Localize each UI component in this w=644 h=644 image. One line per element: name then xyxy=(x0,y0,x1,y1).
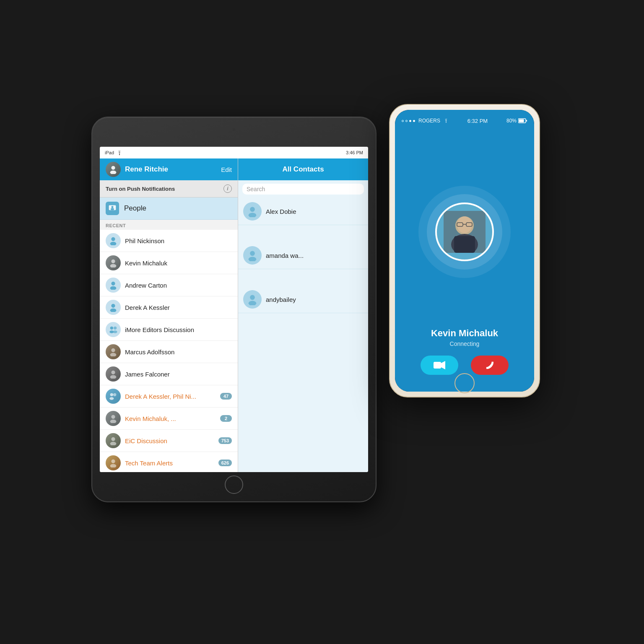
search-input[interactable]: Search xyxy=(242,184,364,195)
iphone-device: ROGERS 6:32 PM 80% xyxy=(389,104,540,397)
contact-row-marcus[interactable]: Marcus Adolfsson xyxy=(100,341,238,363)
svg-point-33 xyxy=(250,251,255,256)
svg-point-22 xyxy=(110,393,113,396)
ipad-status-bar: iPad 3:46 PM xyxy=(100,147,368,158)
ipad-status-left: iPad xyxy=(105,150,122,155)
contact-item-name-alex: Alex Dobie xyxy=(266,208,296,215)
contacts-avatar-amanda xyxy=(243,246,262,265)
ipad-device: iPad 3:46 PM xyxy=(91,117,377,502)
video-icon xyxy=(434,361,445,369)
iphone-home-button[interactable] xyxy=(454,373,475,393)
contact-row-imore[interactable]: iMore Editors Discussion xyxy=(100,319,238,341)
person-icon xyxy=(109,236,118,245)
photo-tech xyxy=(109,458,118,467)
contact-row-james[interactable]: James Falconer xyxy=(100,363,238,385)
section-recent-label: RECENT xyxy=(100,220,238,230)
caller-name: Kevin Michaluk xyxy=(431,328,498,339)
svg-point-13 xyxy=(110,309,117,312)
contact-name-imore: iMore Editors Discussion xyxy=(125,326,232,333)
svg-point-17 xyxy=(113,330,117,333)
contact-row-phil[interactable]: Phil Nickinson xyxy=(100,230,238,252)
svg-rect-40 xyxy=(526,120,527,122)
contact-row-group1[interactable]: Derek A Kessler, Phil Ni... 47 xyxy=(100,385,238,408)
call-avatar-container xyxy=(435,140,494,324)
signal-dot-1 xyxy=(402,120,404,122)
contacts-list-item-alex[interactable]: Alex Dobie xyxy=(238,198,368,225)
contacts-list-item-andy[interactable]: andybailey xyxy=(238,286,368,313)
signal-dot-3 xyxy=(409,120,411,122)
contact-avatar-tech xyxy=(106,455,121,470)
caller-avatar-svg xyxy=(444,211,486,253)
contact-row-eic[interactable]: EiC Discussion 753 xyxy=(100,430,238,452)
edit-button[interactable]: Edit xyxy=(221,166,232,173)
svg-point-26 xyxy=(110,420,117,423)
signal-dot-2 xyxy=(405,120,408,122)
svg-point-11 xyxy=(110,286,117,290)
svg-point-30 xyxy=(110,464,117,467)
call-avatar-frame xyxy=(435,203,494,261)
person-icon-andy xyxy=(247,293,258,305)
contact-name-eic: EiC Discussion xyxy=(125,437,214,444)
group-icon-2 xyxy=(109,392,118,401)
contact-avatar-james xyxy=(106,366,121,382)
ipad-home-button[interactable] xyxy=(225,475,243,494)
iphone-status-right: 80% xyxy=(506,118,527,124)
svg-point-28 xyxy=(110,442,117,445)
svg-point-21 xyxy=(110,375,117,379)
person-icon-amanda xyxy=(247,249,258,261)
svg-point-19 xyxy=(110,353,117,356)
user-avatar xyxy=(106,162,121,177)
contact-name-phil: Phil Nickinson xyxy=(125,237,232,244)
contacts-list-item-amanda[interactable]: amanda wa... xyxy=(238,242,368,269)
info-icon[interactable]: i xyxy=(223,184,232,193)
people-row[interactable]: People xyxy=(100,197,238,220)
ipad-time: 3:46 PM xyxy=(346,150,363,155)
call-content: Kevin Michaluk Connecting xyxy=(395,132,534,392)
contact-row-tech[interactable]: Tech Team Alerts 626 xyxy=(100,452,238,472)
contact-row-derek[interactable]: Derek A Kessler xyxy=(100,296,238,319)
badge-group1: 47 xyxy=(220,393,232,400)
svg-point-27 xyxy=(111,437,115,441)
carrier-label: ROGERS xyxy=(418,118,440,124)
battery-icon xyxy=(518,118,527,123)
svg-point-18 xyxy=(111,348,115,352)
contacts-list: Alex Dobie amanda wa... xyxy=(238,198,368,313)
svg-rect-44 xyxy=(454,236,475,253)
contact-item-name-andy: andybailey xyxy=(266,296,296,303)
contact-name-andrew: Andrew Carton xyxy=(125,282,232,289)
contact-name-derek: Derek A Kessler xyxy=(125,304,232,311)
person-icon-alex xyxy=(247,205,258,217)
contact-item-name-amanda: amanda wa... xyxy=(266,252,304,259)
contact-row-andrew[interactable]: Andrew Carton xyxy=(100,274,238,296)
svg-point-34 xyxy=(249,257,257,262)
contact-avatar-kevin2 xyxy=(106,411,121,426)
end-call-button[interactable] xyxy=(471,356,509,375)
contact-name-group1: Derek A Kessler, Phil Ni... xyxy=(125,393,216,400)
iphone-time: 6:32 PM xyxy=(467,118,488,124)
left-header: Rene Ritchie Edit xyxy=(100,158,238,180)
right-header: All Contacts xyxy=(238,158,368,180)
svg-point-1 xyxy=(111,166,115,170)
svg-point-2 xyxy=(110,171,117,174)
notification-bar[interactable]: Turn on Push Notifications i xyxy=(100,180,238,197)
contact-avatar-andrew xyxy=(106,278,121,293)
iphone-status-left: ROGERS xyxy=(402,118,449,124)
contact-avatar-kevin xyxy=(106,255,121,270)
svg-point-25 xyxy=(111,415,115,419)
svg-rect-39 xyxy=(519,119,524,122)
svg-rect-49 xyxy=(434,362,441,369)
contact-row-kevin[interactable]: Kevin Michaluk xyxy=(100,252,238,274)
svg-marker-50 xyxy=(441,361,445,369)
left-panel: Rene Ritchie Edit Turn on Push Notificat… xyxy=(100,158,238,472)
contact-name-tech: Tech Team Alerts xyxy=(125,460,214,467)
svg-point-10 xyxy=(111,282,115,286)
badge-kevin2: 2 xyxy=(220,415,232,422)
info-symbol: i xyxy=(227,186,228,192)
ipad-device-label: iPad xyxy=(105,150,114,155)
video-call-button[interactable] xyxy=(421,356,458,375)
contact-avatar-eic xyxy=(106,433,121,448)
svg-point-29 xyxy=(111,460,115,463)
contact-avatar-marcus xyxy=(106,344,121,359)
svg-point-32 xyxy=(249,213,257,218)
contact-row-kevin2[interactable]: Kevin Michaluk, ... 2 xyxy=(100,408,238,430)
